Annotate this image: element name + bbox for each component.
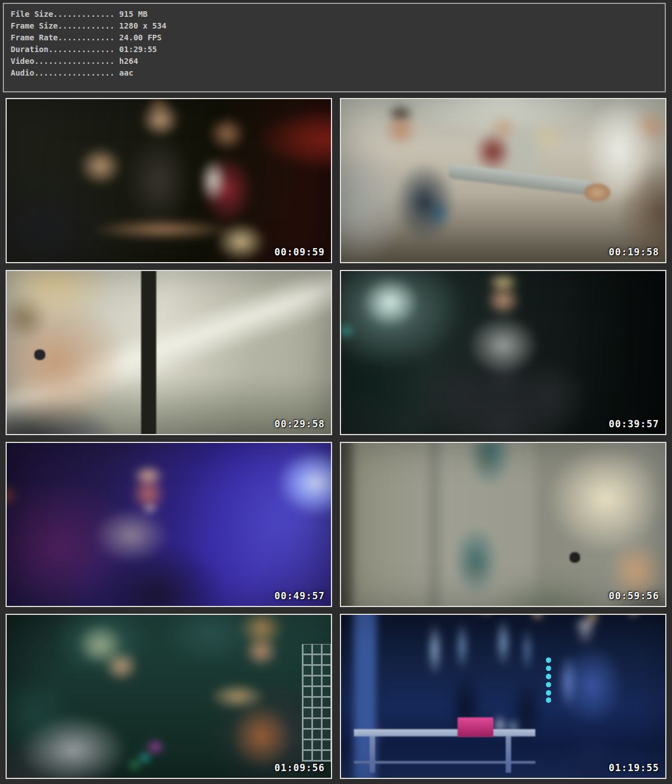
info-line-duration: Duration..............01:29:55 <box>11 44 665 55</box>
timestamp-overlay: 01:09:56 <box>274 762 325 773</box>
screenshot-still-3: 00:29:58 <box>6 270 332 435</box>
scene-image-garage <box>341 271 665 434</box>
scene-image-two-men-glass <box>7 615 331 778</box>
info-label: Audio................. <box>11 68 114 77</box>
info-value: aac <box>114 68 133 77</box>
scene-image-window-profile <box>7 271 331 434</box>
earbud-shape <box>570 552 580 563</box>
screenshot-still-5: 00:49:57 <box>6 442 332 607</box>
earbud-shape <box>34 349 45 360</box>
screenshot-grid: 00:09:59 00:19:58 00:29:58 00:39:57 00:4… <box>6 98 666 779</box>
info-label: File Size............. <box>11 10 114 18</box>
cyan-lights-shape <box>544 657 553 703</box>
timestamp-overlay: 00:19:58 <box>609 246 659 258</box>
info-label: Video................. <box>11 57 114 66</box>
trestle-table-shape <box>354 729 535 773</box>
hand-shape <box>584 184 610 202</box>
info-value: h264 <box>114 57 138 66</box>
timestamp-overlay: 00:49:57 <box>274 590 325 601</box>
screenshot-still-8: 01:19:55 <box>340 614 666 779</box>
screenshot-still-7: 01:09:56 <box>6 614 332 779</box>
info-line-video: Video.................h264 <box>11 55 665 67</box>
metal-grid-shape <box>302 644 331 762</box>
info-label: Frame Rate............ <box>11 33 114 42</box>
info-line-frame-rate: Frame Rate............24.00 FPS <box>11 32 665 44</box>
info-line-frame-size: Frame Size............1280 x 534 <box>11 20 665 32</box>
pink-box-shape <box>458 717 493 737</box>
scene-image-club-group <box>7 99 331 262</box>
info-value: 24.00 FPS <box>114 33 161 42</box>
info-line-file-size: File Size.............915 MB <box>11 8 665 20</box>
screenshot-still-1: 00:09:59 <box>6 98 332 263</box>
timestamp-overlay: 00:09:59 <box>274 246 325 258</box>
media-info-panel: File Size.............915 MB Frame Size.… <box>3 3 666 92</box>
info-line-audio: Audio.................aac <box>11 67 665 79</box>
info-value: 915 MB <box>114 10 147 18</box>
screenshot-still-6: 00:59:56 <box>340 442 666 607</box>
info-value: 01:29:55 <box>114 45 157 54</box>
window-pillar-shape <box>141 271 156 434</box>
timestamp-overlay: 01:19:55 <box>609 762 659 773</box>
timestamp-overlay: 00:39:57 <box>609 418 659 430</box>
scene-image-van-interior <box>341 99 665 262</box>
screenshot-still-2: 00:19:58 <box>340 98 666 263</box>
info-label: Duration.............. <box>11 45 114 54</box>
scene-image-purple-club <box>7 443 331 606</box>
timestamp-overlay: 00:59:56 <box>609 590 659 601</box>
scene-image-hallway-head <box>341 443 665 606</box>
reaching-arm-shape <box>447 164 594 196</box>
scene-image-night-street <box>341 615 665 778</box>
info-value: 1280 x 534 <box>114 21 166 30</box>
screenshot-still-4: 00:39:57 <box>340 270 666 435</box>
timestamp-overlay: 00:29:58 <box>274 418 325 430</box>
info-label: Frame Size............ <box>11 21 114 30</box>
